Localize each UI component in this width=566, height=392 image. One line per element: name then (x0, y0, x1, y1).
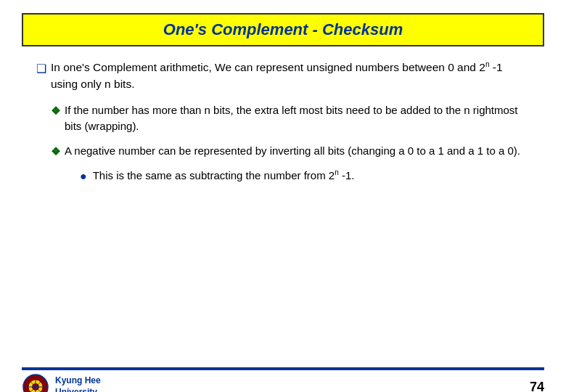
sub-bullet-1-text: If the number has more than n bits, the … (65, 102, 530, 134)
sub2-bullet-1: ● This is the same as subtracting the nu… (80, 168, 530, 184)
sub2-bullet-text: This is the same as subtracting the numb… (93, 168, 355, 184)
university-name: Kyung Hee University (55, 375, 101, 392)
logo-area: Kyung Hee University (22, 373, 101, 392)
sub-bullet-2-text: A negative number can be represented by … (65, 143, 520, 159)
sub-bullet-2-icon: ❖ (51, 144, 60, 160)
footer: Kyung Hee University 74 (0, 367, 566, 392)
sub-bullet-1-icon: ❖ (51, 103, 60, 119)
footer-content: Kyung Hee University 74 (0, 370, 566, 392)
slide: One's Complement - Checksum ❑ In one's C… (0, 13, 566, 392)
main-bullet-text: In one's Complement arithmetic, We can r… (51, 60, 530, 92)
sub-bullet-2: ❖ A negative number can be represented b… (51, 143, 530, 160)
sub-bullet-1: ❖ If the number has more than n bits, th… (51, 102, 530, 134)
sub2-bullet-icon: ● (80, 168, 87, 184)
page-number: 74 (530, 380, 544, 393)
slide-content: ❑ In one's Complement arithmetic, We can… (0, 46, 566, 185)
university-logo (22, 373, 49, 392)
main-bullet: ❑ In one's Complement arithmetic, We can… (36, 60, 530, 92)
main-bullet-icon: ❑ (36, 60, 46, 77)
title-bar: One's Complement - Checksum (22, 13, 544, 46)
slide-title: One's Complement - Checksum (163, 20, 403, 38)
